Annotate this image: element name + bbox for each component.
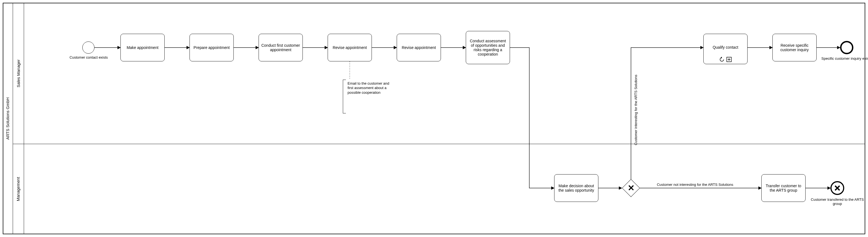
pool-label: ARTS Solutions GmbH — [3, 3, 13, 234]
task-qualify-markers — [704, 57, 747, 62]
lane-mgmt-label: Management — [13, 144, 24, 234]
task-make-decision: Make decision about the sales opportunit… — [554, 174, 598, 202]
loop-marker-icon — [719, 57, 724, 62]
exclusive-gateway: ✕ — [622, 179, 640, 197]
task-qualify-contact-label: Qualify contact — [713, 45, 738, 50]
task-revise-appointment-label: Revise appointment — [333, 46, 367, 50]
task-transfer-customer-label: Transfer customer to the ARTS group — [763, 184, 804, 192]
lane-mgmt-text: Management — [16, 177, 21, 201]
bpmn-pool: ARTS Solutions GmbH Sales Manager Manage… — [0, 0, 868, 237]
task-revise-apppointment-label: Revise appointment — [402, 46, 436, 50]
task-revise-apppointment: Revise appointment — [397, 34, 441, 61]
end-event-inquiry-label: Specific customer inquiry exists — [819, 56, 868, 61]
task-make-appointment-label: Make appointment — [126, 46, 158, 50]
lane-sales-label: Sales Manager — [13, 3, 24, 144]
flow-label-interesting: Customer interesting for the ARTS Soluti… — [600, 108, 650, 113]
lanes-container: Sales Manager Management — [13, 3, 865, 234]
task-conduct-first-appointment: Conduct first customer appointment — [258, 34, 303, 61]
end-event-inquiry — [840, 41, 854, 54]
start-event-label: Customer contact exists — [61, 55, 116, 59]
pool-label-text: ARTS Solutions GmbH — [5, 97, 10, 140]
task-receive-inquiry-label: Receive specific customer inquiry — [774, 43, 815, 52]
task-prepare-appointment: Prepare appointment — [189, 34, 234, 61]
end-event-terminate-label: Customer transfered to the ARTS group — [810, 198, 865, 206]
task-make-appointment: Make appointment — [120, 34, 165, 61]
end-event-terminate — [830, 181, 844, 195]
task-revise-appointment: Revise appointment — [328, 34, 372, 61]
subprocess-marker-icon — [726, 57, 732, 62]
flow-label-interesting-text: Customer interesting for the ARTS Soluti… — [634, 75, 638, 145]
lane-sales-text: Sales Manager — [16, 59, 21, 87]
task-make-decision-label: Make decision about the sales opportunit… — [556, 184, 596, 192]
annotation-bracket — [343, 80, 346, 113]
task-prepare-appointment-label: Prepare appointment — [194, 46, 230, 50]
task-conduct-assessment-label: Conduct assessment of opportunities and … — [468, 39, 508, 56]
task-conduct-first-appointment-label: Conduct first customer appointment — [260, 43, 301, 52]
annotation-text: Email to the customer and first assessme… — [347, 81, 395, 95]
start-event — [82, 41, 94, 54]
cancel-icon — [834, 184, 841, 192]
flow-label-not-interesting: Customer not interesting for the ARTS So… — [654, 182, 737, 187]
task-receive-inquiry: Receive specific customer inquiry — [772, 34, 817, 61]
task-conduct-assessment: Conduct assessment of opportunities and … — [466, 31, 510, 64]
task-qualify-contact: Qualify contact — [703, 34, 748, 64]
gateway-x-icon: ✕ — [628, 184, 634, 192]
task-transfer-customer: Transfer customer to the ARTS group — [762, 174, 806, 202]
